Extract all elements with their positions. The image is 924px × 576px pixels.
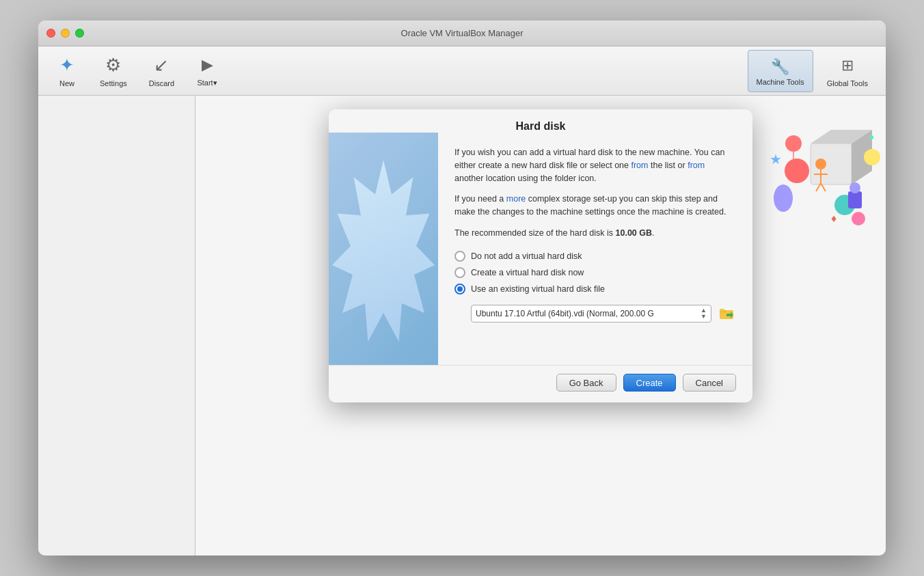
dialog-sidebar [329, 133, 438, 365]
start-label: Start▾ [197, 79, 217, 87]
dialog-title: Hard disk [516, 120, 566, 132]
dialog-content: If you wish you can add a virtual hard d… [329, 133, 752, 365]
start-button[interactable]: Start▾ [185, 49, 229, 93]
minimize-button[interactable] [61, 29, 70, 38]
global-tools-icon [837, 55, 858, 77]
main-window: Oracle VM VirtualBox Manager New Setting… [38, 20, 886, 556]
discard-button[interactable]: Discard [138, 49, 185, 93]
create-button[interactable]: Create [623, 374, 676, 392]
discard-icon [150, 55, 172, 77]
new-button[interactable]: New [45, 49, 89, 93]
radio-create-disk[interactable]: Create a virtual hard disk now [454, 267, 736, 278]
folder-icon [720, 307, 733, 320]
new-label: New [59, 79, 74, 87]
go-back-button[interactable]: Go Back [556, 374, 616, 392]
window-title: Oracle VM VirtualBox Manager [401, 28, 524, 38]
machine-tools-label: Machine Tools [757, 78, 804, 86]
global-tools-button[interactable]: Global Tools [816, 49, 879, 93]
radio-label-no-disk: Do not add a virtual hard disk [471, 251, 582, 261]
global-tools-label: Global Tools [827, 79, 868, 87]
machine-tools-button[interactable]: Machine Tools [748, 50, 813, 92]
new-icon [56, 55, 78, 77]
cancel-button[interactable]: Cancel [683, 374, 736, 392]
sidebar [38, 96, 195, 556]
dialog-paragraph2: If you need a more complex storage set-u… [454, 193, 736, 219]
radio-existing-disk[interactable]: Use an existing virtual hard disk file [454, 284, 736, 294]
titlebar: Oracle VM VirtualBox Manager [38, 20, 886, 46]
maximize-button[interactable] [75, 29, 84, 38]
start-icon [196, 54, 218, 76]
settings-icon [103, 55, 124, 77]
burst-decoration [332, 160, 435, 351]
machine-tools-icon [770, 56, 791, 78]
svg-rect-22 [720, 309, 724, 312]
radio-group: Do not add a virtual hard disk Create a … [454, 251, 736, 294]
recommended-size-text: The recommended size of the hard disk is… [454, 227, 736, 240]
main-content: ★ ● ♦ [38, 96, 886, 556]
settings-label: Settings [100, 79, 127, 87]
disk-selector: Ubuntu 17.10 Artful (64bit).vdi (Normal,… [471, 304, 736, 323]
disk-dropdown-value: Ubuntu 17.10 Artful (64bit).vdi (Normal,… [476, 309, 698, 318]
radio-circle-existing-disk [454, 284, 465, 294]
recommended-size-value: 10.00 GB [616, 228, 653, 238]
radio-no-disk[interactable]: Do not add a virtual hard disk [454, 251, 736, 262]
folder-browse-button[interactable] [717, 304, 736, 323]
disk-dropdown-arrows: ▲ ▼ [701, 307, 707, 320]
dialog-body: If you wish you can add a virtual hard d… [438, 133, 752, 365]
disk-dropdown[interactable]: Ubuntu 17.10 Artful (64bit).vdi (Normal,… [471, 305, 711, 323]
window-controls [46, 29, 84, 38]
right-panel: ★ ● ♦ [195, 96, 886, 556]
hard-disk-dialog: Hard disk If you wish you can add a virt… [329, 109, 752, 402]
radio-label-create-disk: Create a virtual hard disk now [471, 268, 584, 277]
settings-button[interactable]: Settings [89, 49, 138, 93]
radio-circle-no-disk [454, 251, 465, 262]
radio-circle-create-disk [454, 267, 465, 278]
discard-label: Discard [149, 79, 174, 87]
radio-label-existing-disk: Use an existing virtual hard disk file [471, 284, 605, 294]
modal-backdrop: Hard disk If you wish you can add a virt… [195, 96, 886, 556]
toolbar-right: Machine Tools Global Tools [748, 49, 879, 93]
dialog-footer: Go Back Create Cancel [329, 365, 752, 402]
toolbar: New Settings Discard Start▾ Machine Tool… [38, 46, 886, 96]
dialog-paragraph1: If you wish you can add a virtual hard d… [454, 146, 736, 184]
close-button[interactable] [46, 29, 55, 38]
